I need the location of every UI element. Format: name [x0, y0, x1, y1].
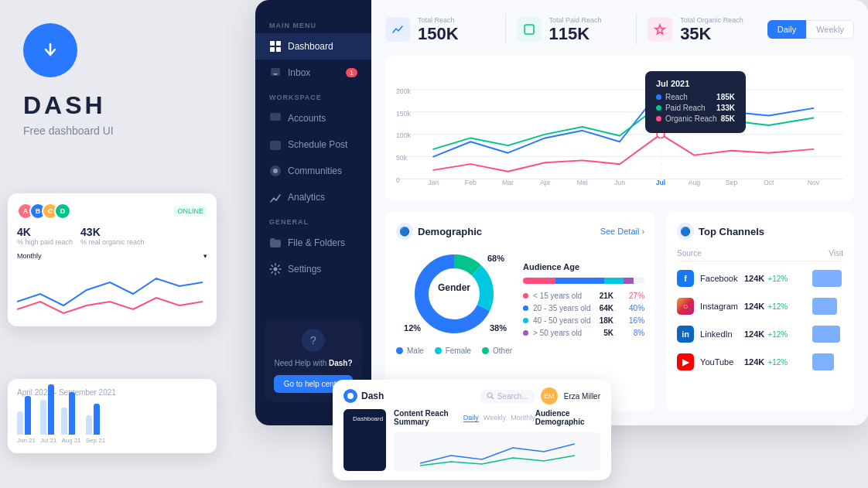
reach-label: % high paid reach — [17, 238, 73, 246]
svg-rect-5 — [270, 113, 281, 121]
mini-tabs: Daily Weekly Monthly — [463, 414, 535, 422]
tooltip-paid-val: 133K — [716, 104, 735, 112]
sidebar-item-analytics[interactable]: Analytics — [255, 184, 371, 210]
svg-text:Jan: Jan — [428, 179, 439, 186]
col-source: Source — [677, 249, 702, 258]
demo-icon: 🔵 — [396, 223, 413, 240]
pct-68: 68% — [487, 254, 504, 263]
reach-dot — [656, 94, 661, 100]
sidebar: MAIN MENU Dashboard Inbox 1 Workspace Ac… — [255, 0, 371, 425]
svg-rect-1 — [270, 41, 275, 46]
mini-body: Dashboard Content Reach Summary Daily We… — [343, 409, 600, 471]
mini-section1: Content Reach Summary — [394, 409, 463, 426]
tooltip-organic-label: Organic Reach — [665, 114, 717, 123]
svg-text:Sep: Sep — [726, 179, 738, 186]
svg-rect-4 — [276, 47, 281, 52]
age-title: Audience Age — [523, 262, 644, 271]
sidebar-item-files[interactable]: File & Folders — [255, 230, 371, 256]
channel-pct-1: +12% — [767, 302, 788, 311]
accounts-icon — [269, 112, 282, 125]
demo-header: 🔵 Demographic See Detail › — [396, 223, 644, 240]
svg-text:Apr: Apr — [540, 179, 551, 186]
sidebar-label-files: File & Folders — [288, 237, 345, 248]
see-detail-btn[interactable]: See Detail › — [600, 227, 644, 236]
svg-text:Jul: Jul — [656, 179, 666, 186]
svg-point-9 — [274, 268, 278, 271]
demo-body: Gender 68% 38% 12% Male Female Other — [396, 247, 644, 355]
channel-name-1: Instagram — [700, 302, 738, 311]
help-icon: ? — [302, 329, 325, 352]
sidebar-item-dashboard[interactable]: Dashboard — [255, 33, 371, 60]
mini-si-dashboard: Dashboard — [350, 414, 380, 424]
channels-icon: 🔵 — [677, 223, 694, 240]
svg-point-41 — [347, 393, 354, 399]
svg-text:Oct: Oct — [764, 179, 774, 186]
online-badge: ONLINE — [173, 206, 207, 217]
metrics-row: Total Reach 150K Total Paid Reach 115K — [385, 14, 854, 45]
svg-rect-10 — [525, 25, 534, 34]
period-weekly[interactable]: Weekly — [806, 20, 854, 39]
svg-text:50k: 50k — [396, 154, 408, 162]
age-row-3: > 50 years old 5K 8% — [523, 329, 644, 337]
sidebar-item-communities[interactable]: Communities — [255, 158, 371, 184]
brand-section: DASH Free dashboard UI — [23, 23, 201, 137]
period-icon: ▾ — [203, 252, 207, 260]
channel-pct-2: +12% — [767, 330, 788, 339]
paid-dot — [656, 105, 661, 111]
main-dashboard-card: MAIN MENU Dashboard Inbox 1 Workspace Ac… — [255, 0, 868, 425]
tooltip-reach-val: 185K — [716, 93, 735, 101]
svg-text:Nov: Nov — [808, 179, 820, 186]
age-row-1: 20 - 35 years old 64K 40% — [523, 304, 644, 312]
period-daily[interactable]: Daily — [767, 20, 806, 39]
channel-row-instagram: ○ Instagram 124K +12% — [677, 295, 843, 317]
sidebar-item-settings[interactable]: Settings — [255, 256, 371, 282]
inbox-icon — [269, 67, 282, 79]
channel-name-3: YouTube — [700, 357, 738, 367]
analytics-icon — [269, 191, 282, 203]
age-row-2: 40 - 50 years old 18K 16% — [523, 316, 644, 325]
sidebar-item-schedule[interactable]: Schedule Post — [255, 131, 371, 158]
metric-divider-1 — [505, 14, 506, 45]
sidebar-item-inbox[interactable]: Inbox 1 — [255, 60, 371, 86]
linkedin-logo: in — [677, 326, 694, 343]
inbox-badge: 1 — [346, 68, 357, 77]
bar-chart: Jun 21 Jul 21 Aug 21 Sep 21 — [17, 401, 207, 444]
mini-search: Search... — [480, 390, 535, 403]
chart-tooltip: Jul 2021 Reach 185K Paid Reach 133K Orga… — [645, 71, 746, 133]
sidebar-label-communities: Communities — [288, 166, 342, 176]
youtube-logo: ▶ — [677, 353, 694, 370]
grid-icon — [269, 40, 282, 53]
sidebar-section-main: MAIN MENU — [255, 14, 371, 33]
metric-paid-reach: Total Paid Reach 115K — [517, 16, 626, 43]
svg-text:Aug: Aug — [689, 179, 701, 186]
calendar-icon — [269, 138, 282, 151]
metric-total-reach: Total Reach 150K — [385, 16, 494, 43]
audience-age: Audience Age < 15 years old 21K 27% — [523, 262, 644, 341]
instagram-logo: ○ — [677, 298, 694, 315]
sidebar-section-general: General — [255, 210, 371, 230]
metric-value-paid: 115K — [549, 26, 626, 43]
mini-logo: Dash — [343, 389, 384, 403]
chart-svg: 0 50k 100k 150k 200k Jan Feb Mar — [396, 65, 843, 189]
period-toggle: Daily Weekly — [767, 20, 854, 39]
tooltip-title: Jul 2021 — [656, 79, 735, 88]
line-chart-container: Jul 2021 Reach 185K Paid Reach 133K Orga… — [385, 56, 854, 201]
svg-point-8 — [273, 169, 278, 173]
mini-section2: Audience Demographic — [535, 409, 600, 426]
svg-text:100k: 100k — [396, 131, 411, 139]
organic-label: % real organic reach — [80, 238, 145, 246]
channel-name-2: LinkedIn — [700, 329, 738, 339]
left-screenshot-2: April 2021 - September 2021 Jun 21 Jul 2… — [8, 379, 217, 453]
metric-organic-reach: Total Organic Reach 35K — [648, 16, 757, 43]
sidebar-section-workspace: Workspace — [255, 86, 371, 105]
svg-rect-3 — [270, 47, 275, 52]
reach-val: 4K — [17, 226, 73, 238]
channel-pct-0: +12% — [767, 275, 788, 283]
mini-nav: Search... EM Erza Miller — [480, 387, 600, 404]
sidebar-item-accounts[interactable]: Accounts — [255, 105, 371, 131]
mini-header: Dash Search... EM Erza Miller — [343, 387, 600, 404]
settings-icon — [269, 263, 282, 275]
donut-chart: Gender 68% 38% 12% — [408, 247, 501, 340]
channel-pct-3: +12% — [767, 358, 788, 367]
tooltip-reach-label: Reach — [665, 93, 713, 101]
